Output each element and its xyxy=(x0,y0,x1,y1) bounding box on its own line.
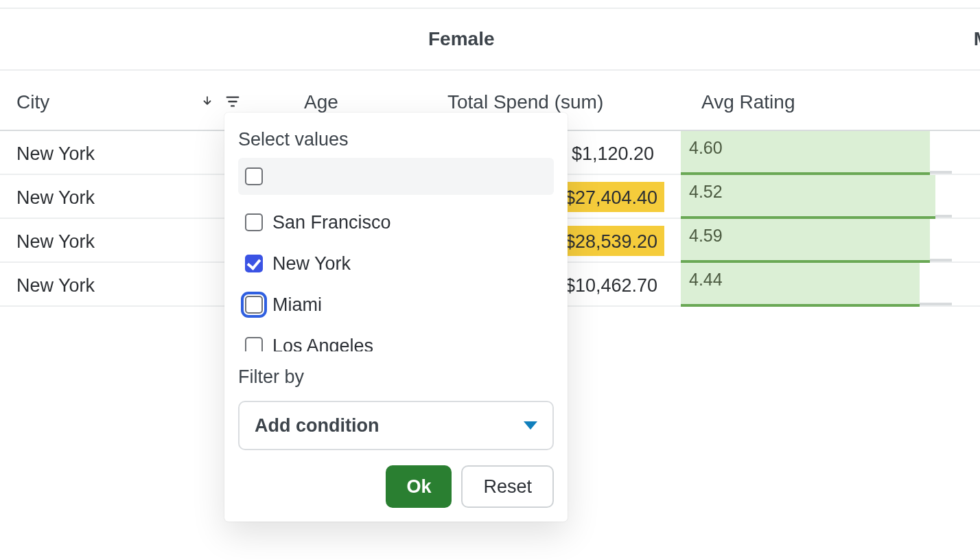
rating-area: 4.60 xyxy=(681,131,952,175)
rating-value: 4.59 xyxy=(689,226,723,246)
rating-area: 4.59 xyxy=(681,219,952,263)
filter-by-title: Filter by xyxy=(238,366,304,388)
spend-value: $28,539.20 xyxy=(565,231,657,253)
filter-option[interactable]: Miami xyxy=(238,284,554,325)
spend-value: $27,404.40 xyxy=(565,187,657,209)
filter-option[interactable]: San Francisco xyxy=(238,202,554,243)
column-header-spend[interactable]: Total Spend (sum) xyxy=(447,91,603,113)
sort-desc-icon[interactable] xyxy=(201,94,213,109)
caret-down-icon xyxy=(524,421,537,430)
checkbox[interactable] xyxy=(245,255,263,272)
filter-icon[interactable] xyxy=(225,94,240,109)
checkbox[interactable] xyxy=(245,213,263,231)
add-condition-dropdown[interactable]: Add condition xyxy=(238,401,554,450)
filter-popup: Select values San FranciscoNew YorkMiami… xyxy=(224,113,568,522)
column-header-city[interactable]: City xyxy=(16,91,49,113)
values-list: San FranciscoNew YorkMiamiLos Angeles xyxy=(238,158,554,351)
spend-value: $1,120.20 xyxy=(572,143,654,165)
column-header-age[interactable]: Age xyxy=(304,91,338,113)
column-header-rating[interactable]: Avg Rating xyxy=(701,91,795,113)
group-header-female: Female xyxy=(428,28,495,50)
rating-area: 4.52 xyxy=(681,175,952,219)
group-header-right-peek: M xyxy=(974,28,980,50)
ok-button[interactable]: Ok xyxy=(386,465,452,508)
spend-value: $10,462.70 xyxy=(565,275,657,296)
select-values-title: Select values xyxy=(238,129,349,150)
rating-area: 4.44 xyxy=(681,263,952,307)
filter-option-label: San Francisco xyxy=(272,212,391,233)
filter-option[interactable]: Los Angeles xyxy=(238,325,554,351)
rating-value: 4.44 xyxy=(689,270,723,290)
filter-search-row[interactable] xyxy=(238,158,554,195)
checkbox[interactable] xyxy=(245,167,263,185)
add-condition-label: Add condition xyxy=(255,415,379,436)
filter-option[interactable]: New York xyxy=(238,243,554,284)
checkbox[interactable] xyxy=(245,296,263,314)
filter-option-label: Los Angeles xyxy=(272,336,373,352)
reset-button[interactable]: Reset xyxy=(461,465,554,508)
filter-option-label: Miami xyxy=(272,294,322,316)
group-header-row: Female M xyxy=(0,9,980,71)
rating-value: 4.60 xyxy=(689,138,723,158)
filter-option-label: New York xyxy=(272,253,351,275)
checkbox[interactable] xyxy=(245,337,263,351)
rating-value: 4.52 xyxy=(689,182,723,202)
